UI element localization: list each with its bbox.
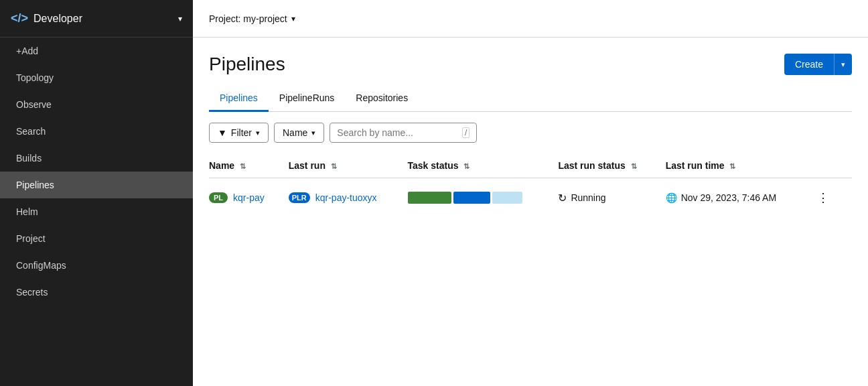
last-run-status-cell: ↻ Running [558,178,665,218]
name-caret-icon: ▾ [311,129,315,137]
sort-icon: ⇅ [631,162,637,171]
tab-pipelineruns[interactable]: PipelineRuns [269,86,346,112]
sidebar-item-project[interactable]: Project [0,225,193,252]
main-content: Project: my-project ▾ Pipelines Create ▾… [193,0,868,386]
pipeline-badge: PL [209,192,228,203]
time-label: Nov 29, 2023, 7:46 AM [681,192,776,203]
filter-icon: ▼ [218,127,227,138]
table-body: PL kqr-pay PLR kqr-pay-tuoxyx ↻ Running … [209,178,852,218]
run-badge: PLR [289,192,310,203]
search-input-wrapper: / [330,123,477,143]
tab-repositories[interactable]: Repositories [345,86,419,112]
last-run-cell: PLR kqr-pay-tuoxyx [289,178,408,218]
tab-pipelines[interactable]: Pipelines [209,86,269,112]
pipeline-link[interactable]: kqr-pay [233,192,265,203]
col-header-task_status[interactable]: Task status ⇅ [408,153,559,178]
sidebar-header[interactable]: </> Developer ▾ [0,0,193,38]
col-header-last_run_time[interactable]: Last run time ⇅ [666,153,812,178]
running-icon: ↻ [558,192,567,204]
topbar: Project: my-project ▾ [193,0,868,38]
search-input[interactable] [337,127,462,138]
sort-icon: ⇅ [240,162,246,171]
col-header-name[interactable]: Name ⇅ [209,153,289,178]
project-caret-icon: ▾ [291,14,295,23]
sidebar-item-builds[interactable]: Builds [0,145,193,172]
filter-button[interactable]: ▼ Filter ▾ [209,123,269,143]
pipeline-name-cell: PL kqr-pay [209,178,289,218]
last-run-time-cell: 🌐 Nov 29, 2023, 7:46 AM [666,178,812,218]
task-status-bar [408,192,548,204]
sidebar: </> Developer ▾ +AddTopologyObserveSearc… [0,0,193,386]
tabs-bar: PipelinesPipelineRunsRepositories [209,86,852,112]
create-button-caret-icon[interactable]: ▾ [835,55,852,74]
content-header: Pipelines Create ▾ [209,54,852,75]
search-shortcut: / [462,127,469,138]
bar-blue [453,192,490,204]
filter-caret-icon: ▾ [256,129,260,137]
run-link[interactable]: kqr-pay-tuoxyx [315,192,377,203]
col-header-last_run_status[interactable]: Last run status ⇅ [558,153,665,178]
more-options-cell: ⋮ [812,178,852,218]
sidebar-item-add[interactable]: +Add [0,38,193,64]
name-dropdown[interactable]: Name ▾ [274,123,324,143]
sort-icon: ⇅ [331,162,337,171]
sidebar-item-observe[interactable]: Observe [0,91,193,118]
col-header-actions [812,153,852,178]
sidebar-nav: +AddTopologyObserveSearchBuildsPipelines… [0,38,193,386]
bar-green [408,192,451,204]
bar-light [492,192,522,204]
project-label: Project: my-project [209,13,287,24]
create-button[interactable]: Create ▾ [784,54,852,75]
developer-icon: </> [11,11,28,25]
sidebar-item-search[interactable]: Search [0,118,193,145]
table-row: PL kqr-pay PLR kqr-pay-tuoxyx ↻ Running … [209,178,852,218]
project-selector[interactable]: Project: my-project ▾ [209,13,295,24]
sidebar-item-pipelines[interactable]: Pipelines [0,172,193,198]
table-header-row: Name ⇅Last run ⇅Task status ⇅Last run st… [209,153,852,178]
sidebar-app-name: Developer [33,13,173,25]
sidebar-item-helm[interactable]: Helm [0,198,193,225]
table-header: Name ⇅Last run ⇅Task status ⇅Last run st… [209,153,852,178]
sort-icon: ⇅ [729,162,735,171]
sidebar-item-secrets[interactable]: Secrets [0,279,193,306]
sidebar-item-topology[interactable]: Topology [0,64,193,91]
pipelines-table: Name ⇅Last run ⇅Task status ⇅Last run st… [209,153,852,217]
create-button-label: Create [784,54,835,75]
sidebar-item-configmaps[interactable]: ConfigMaps [0,252,193,279]
page-title: Pipelines [209,54,285,75]
more-options-button[interactable]: ⋮ [812,188,835,208]
sidebar-caret-icon: ▾ [178,14,182,23]
sort-icon: ⇅ [463,162,469,171]
filter-bar: ▼ Filter ▾ Name ▾ / [209,123,852,143]
filter-label: Filter [231,127,252,138]
content-area: Pipelines Create ▾ PipelinesPipelineRuns… [193,38,868,386]
task-status-cell [408,178,559,218]
name-dropdown-label: Name [283,127,307,138]
status-label: Running [571,192,605,203]
col-header-last_run[interactable]: Last run ⇅ [289,153,408,178]
globe-icon: 🌐 [666,192,677,203]
